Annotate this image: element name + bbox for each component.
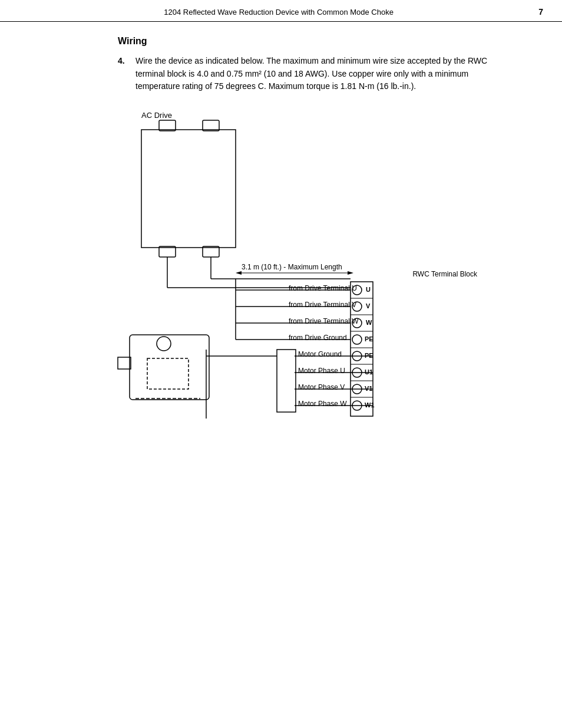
terminal-V1: V1: [365, 385, 372, 392]
rwc-block-label: RWC Terminal Block: [412, 270, 477, 278]
terminal-V: V: [366, 302, 370, 309]
wire-label-motor-U: Motor Phase U: [298, 367, 345, 375]
step-number: 4.: [118, 55, 130, 93]
svg-rect-43: [147, 358, 189, 389]
wire-label-PE: from Drive Ground: [289, 334, 347, 342]
wire-label-motor-ground: Motor Ground: [298, 350, 342, 358]
page-number: 7: [538, 7, 543, 17]
step-body: Wire the device as indicated below. The …: [135, 55, 515, 93]
svg-point-23: [352, 335, 362, 344]
header-title: 1204 Reflected Wave Reduction Device wit…: [19, 8, 538, 17]
svg-rect-0: [141, 130, 236, 248]
diagram-svg: [118, 105, 471, 417]
wire-label-motor-W: Motor Phase W: [298, 400, 347, 408]
terminal-W1: W1: [365, 401, 375, 409]
terminal-PE1: PE: [365, 335, 373, 342]
svg-marker-10: [236, 271, 242, 275]
section-title: Wiring: [118, 36, 515, 47]
ac-drive-label: AC Drive: [141, 111, 172, 120]
svg-rect-41: [130, 335, 209, 400]
svg-point-42: [157, 337, 171, 351]
wiring-diagram: AC Drive RWC Terminal Block 3.1 m (10 ft…: [118, 105, 471, 417]
wire-label-W: from Drive Terminal W: [289, 317, 358, 325]
wire-label-motor-V: Motor Phase V: [298, 383, 345, 391]
terminal-U1: U1: [365, 368, 373, 375]
page-header: 1204 Reflected Wave Reduction Device wit…: [0, 0, 562, 22]
terminal-PE2: PE: [365, 352, 373, 359]
terminal-U: U: [366, 286, 371, 293]
svg-rect-44: [118, 357, 131, 369]
svg-marker-11: [348, 271, 353, 275]
dimension-label: 3.1 m (10 ft.) - Maximum Length: [242, 263, 342, 271]
svg-rect-38: [277, 350, 296, 412]
terminal-W: W: [366, 319, 372, 326]
wire-label-U: from Drive Terminal U: [289, 284, 357, 292]
wire-label-V: from Drive Terminal V: [289, 301, 356, 309]
